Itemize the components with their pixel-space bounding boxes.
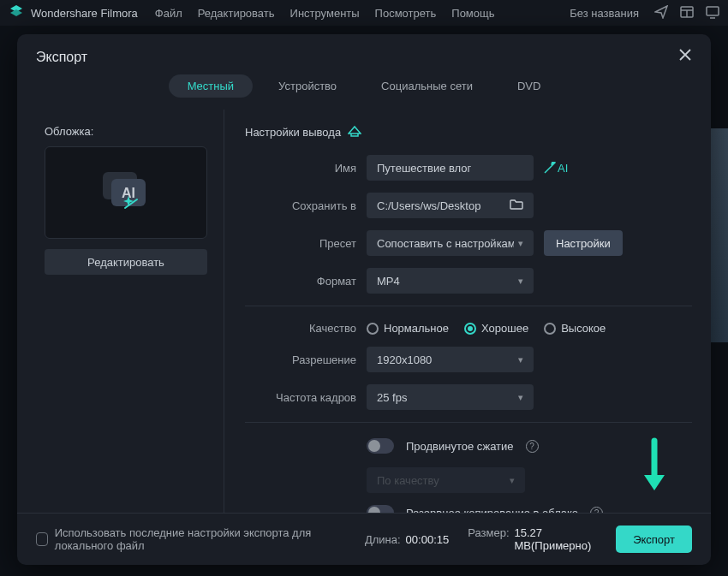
export-button[interactable]: Экспорт bbox=[616, 526, 692, 553]
edit-cover-button[interactable]: Редактировать bbox=[45, 249, 207, 275]
document-title: Без названия bbox=[570, 7, 639, 20]
compression-mode-select: По качеству ▾ bbox=[367, 467, 525, 493]
name-label: Имя bbox=[245, 162, 356, 175]
cover-label: Обложка: bbox=[45, 125, 208, 138]
menu-file[interactable]: Файл bbox=[155, 7, 182, 20]
tab-dvd[interactable]: DVD bbox=[498, 74, 559, 98]
resolution-label: Разрешение bbox=[245, 353, 356, 366]
tab-social[interactable]: Социальные сети bbox=[362, 74, 492, 98]
resolution-select[interactable]: 1920x1080 ▾ bbox=[367, 347, 534, 372]
saveto-label: Сохранить в bbox=[245, 199, 356, 212]
cloud-backup-toggle[interactable] bbox=[367, 505, 394, 513]
use-last-settings-checkbox[interactable]: Использовать последние настройки экспорт… bbox=[36, 526, 346, 552]
format-label: Формат bbox=[245, 275, 356, 288]
app-brand: Wondershare Filmora bbox=[31, 7, 138, 20]
cloud-backup-label: Резервное копирование в облако bbox=[406, 507, 578, 514]
chevron-down-icon: ▾ bbox=[518, 392, 523, 403]
length-key: Длина: bbox=[365, 533, 401, 546]
preset-label: Пресет bbox=[245, 237, 356, 250]
cover-thumbnail[interactable]: AI bbox=[45, 146, 207, 239]
quality-label: Качество bbox=[245, 322, 356, 335]
chevron-down-icon: ▾ bbox=[518, 354, 523, 365]
app-menu: Файл Редактировать Инструменты Посмотрет… bbox=[155, 7, 495, 20]
output-settings-panel: Настройки вывода Имя AI Сохранить в C:/U… bbox=[224, 110, 692, 513]
length-value: 00:00:15 bbox=[406, 533, 450, 546]
export-tabs: Местный Устройство Социальные сети DVD bbox=[17, 74, 711, 110]
format-select[interactable]: MP4 ▾ bbox=[367, 268, 534, 294]
output-settings-badge-icon bbox=[348, 125, 361, 140]
tab-device[interactable]: Устройство bbox=[260, 74, 355, 98]
divider bbox=[245, 422, 692, 423]
name-input[interactable] bbox=[367, 155, 534, 181]
folder-icon[interactable] bbox=[510, 199, 523, 213]
info-icon[interactable]: ? bbox=[526, 440, 539, 453]
info-icon[interactable]: ? bbox=[590, 507, 603, 514]
modal-title: Экспорт bbox=[36, 50, 87, 65]
size-key: Размер: bbox=[468, 526, 509, 552]
menu-edit[interactable]: Редактировать bbox=[198, 7, 275, 20]
divider bbox=[245, 306, 692, 306]
send-icon[interactable] bbox=[654, 5, 668, 21]
screen-icon[interactable] bbox=[706, 5, 719, 21]
output-settings-title: Настройки вывода bbox=[245, 126, 341, 139]
saveto-field[interactable]: C:/Users/ws/Desktop bbox=[367, 193, 534, 218]
layout-icon[interactable] bbox=[680, 5, 694, 21]
fps-label: Частота кадров bbox=[245, 391, 356, 404]
fps-select[interactable]: 25 fps ▾ bbox=[367, 384, 534, 410]
chevron-down-icon: ▾ bbox=[518, 238, 523, 249]
app-bar: Wondershare Filmora Файл Редактировать И… bbox=[0, 0, 728, 26]
advanced-compression-label: Продвинутое сжатие bbox=[406, 440, 514, 453]
advanced-compression-toggle[interactable] bbox=[367, 438, 394, 454]
chevron-down-icon: ▾ bbox=[510, 475, 515, 486]
ai-name-button[interactable]: AI bbox=[544, 162, 568, 175]
cover-panel: Обложка: AI Редактировать bbox=[36, 110, 224, 513]
menu-tools[interactable]: Инструменты bbox=[290, 7, 360, 20]
menu-help[interactable]: Помощь bbox=[451, 7, 494, 20]
quality-normal[interactable]: Нормальное bbox=[367, 322, 449, 335]
app-logo-icon bbox=[9, 5, 24, 21]
quality-radio-group: Нормальное Хорошее Высокое bbox=[367, 322, 606, 335]
background-preview-strip bbox=[711, 128, 728, 342]
close-icon[interactable] bbox=[678, 48, 692, 66]
preset-settings-button[interactable]: Настройки bbox=[544, 230, 623, 256]
size-value: 15.27 MB(Примерно) bbox=[515, 526, 598, 552]
preset-select[interactable]: Сопоставить с настройками про ▾ bbox=[367, 230, 534, 256]
menu-view[interactable]: Посмотреть bbox=[375, 7, 437, 20]
quality-good[interactable]: Хорошее bbox=[464, 322, 528, 335]
tab-local[interactable]: Местный bbox=[169, 74, 253, 98]
svg-rect-1 bbox=[707, 7, 719, 15]
modal-footer: Использовать последние настройки экспорт… bbox=[17, 513, 711, 565]
export-modal: Экспорт Местный Устройство Социальные се… bbox=[17, 34, 711, 565]
quality-high[interactable]: Высокое bbox=[544, 322, 606, 335]
chevron-down-icon: ▾ bbox=[518, 276, 523, 287]
